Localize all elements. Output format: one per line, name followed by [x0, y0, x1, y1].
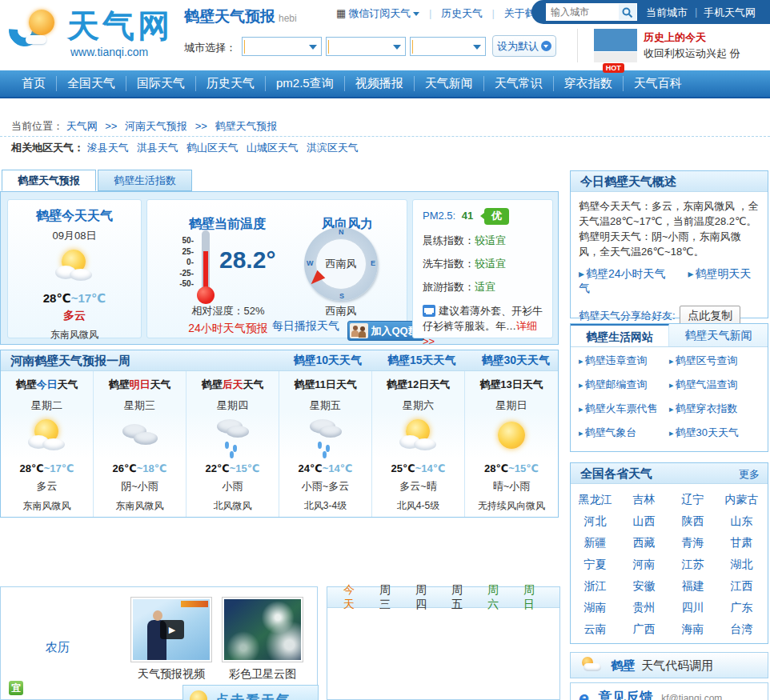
forecast-10day-link[interactable]: 鹤壁10天天气 [293, 354, 362, 366]
life-link[interactable]: 鹤壁30天天气 [669, 426, 760, 440]
forecast-day-column[interactable]: 鹤壁12日天气 星期六 25℃~14℃ 多云~晴 北风4-5级 [372, 371, 465, 517]
forecast-30day-link[interactable]: 鹤壁30天天气 [481, 354, 550, 366]
tab-life-index[interactable]: 鹤壁生活指数 [98, 170, 192, 191]
mobile-site-link[interactable]: 手机天气网 [704, 6, 756, 20]
daily-broadcast-link[interactable]: 每日播报天气 [272, 319, 339, 332]
province-link[interactable]: 云南 [571, 618, 620, 640]
nav-pm25[interactable]: pm2.5查询 [266, 76, 345, 91]
province-link[interactable]: 甘肃 [717, 532, 766, 554]
forecast-day-column[interactable]: 鹤壁后天天气 星期四 22℃~15℃ 小雨 北风微风 [186, 371, 279, 517]
breadcrumb-link-city[interactable]: 鹤壁天气预报 [215, 120, 278, 132]
site-logo[interactable]: 天气网 www.tianqi.com [8, 8, 176, 62]
tab-forecast[interactable]: 鹤壁天气预报 [2, 170, 96, 191]
province-link[interactable]: 江西 [717, 575, 766, 597]
nav-dressing-index[interactable]: 穿衣指数HOT [554, 76, 624, 91]
history-weather-link[interactable]: 历史天气 [441, 7, 483, 19]
nav-national[interactable]: 全国天气 [57, 76, 126, 91]
province-link[interactable]: 吉林 [620, 489, 668, 510]
life-link[interactable]: 鹤壁区号查询 [669, 354, 760, 368]
code-city-link[interactable]: 鹤壁 [611, 658, 635, 672]
province-link[interactable]: 浙江 [571, 575, 620, 597]
life-link[interactable]: 鹤壁火车票代售 [579, 402, 669, 416]
tab-fri[interactable]: 周五 [451, 583, 469, 612]
province-link[interactable]: 台湾 [717, 618, 766, 640]
history-today-title[interactable]: 历史上的今天 [644, 30, 706, 45]
related-area-link[interactable]: 淇县天气 [137, 142, 178, 154]
tab-life-sites[interactable]: 鹤壁生活网站 [571, 324, 669, 346]
life-link[interactable]: 鹤壁违章查询 [579, 354, 669, 368]
forecast-15day-link[interactable]: 鹤壁15天天气 [387, 354, 456, 366]
life-link[interactable]: 鹤壁穿衣指数 [669, 402, 760, 416]
wechat-subscribe-link[interactable]: 微信订阅天气 [348, 7, 411, 19]
province-link[interactable]: 河北 [571, 510, 620, 532]
province-link[interactable]: 新疆 [571, 532, 620, 554]
tab-weather-news[interactable]: 鹤壁天气新闻 [669, 324, 768, 346]
province-select[interactable] [242, 37, 322, 56]
province-link[interactable]: 辽宁 [668, 489, 717, 510]
tab-thu[interactable]: 周四 [415, 583, 433, 612]
tab-sun[interactable]: 周日 [523, 583, 541, 612]
index-row: 晨练指数：较适宜 [423, 234, 552, 248]
current-city-link[interactable]: 当前城市 [646, 6, 688, 20]
history-today-thumbnail[interactable] [594, 29, 637, 51]
province-link[interactable]: 安徽 [620, 575, 668, 597]
breadcrumb-link-home[interactable]: 天气网 [66, 120, 98, 132]
life-link[interactable]: 鹤壁气象台 [579, 426, 669, 440]
district-select[interactable] [410, 37, 486, 56]
province-link[interactable]: 广东 [717, 597, 766, 618]
satellite-label[interactable]: 彩色卫星云图 [221, 667, 304, 682]
nav-news[interactable]: 天气新闻 [415, 76, 484, 91]
nav-home[interactable]: 首页 [11, 76, 57, 91]
breadcrumb-link-province[interactable]: 河南天气预报 [125, 120, 187, 132]
forecast-day-column[interactable]: 鹤壁今日天气 星期二 28℃~17℃ 多云 东南风微风 [1, 371, 94, 517]
hourly-link[interactable]: 鹤壁24小时天气 [586, 267, 666, 280]
related-area-link[interactable]: 淇滨区天气 [307, 142, 359, 154]
province-link[interactable]: 四川 [668, 597, 717, 618]
tab-sat[interactable]: 周六 [487, 583, 505, 612]
nav-video[interactable]: 视频播报 [345, 76, 415, 91]
province-link[interactable]: 陕西 [668, 510, 717, 532]
history-today-entry[interactable]: 收回利权运动兴起 份 [644, 46, 740, 61]
set-default-button[interactable]: 设为默认 [492, 35, 556, 57]
related-area-link[interactable]: 鹤山区天气 [186, 142, 239, 154]
nav-international[interactable]: 国际天气 [126, 76, 196, 91]
province-link[interactable]: 山东 [717, 510, 766, 532]
province-link[interactable]: 宁夏 [571, 554, 620, 575]
forecast-video-thumbnail[interactable]: ▶ [130, 597, 212, 662]
satellite-image-thumbnail[interactable] [222, 597, 303, 662]
province-link[interactable]: 贵州 [620, 597, 668, 618]
province-link[interactable]: 广西 [620, 618, 668, 640]
province-link[interactable]: 福建 [668, 575, 717, 597]
life-link[interactable]: 鹤壁邮编查询 [579, 378, 669, 392]
province-link[interactable]: 青海 [668, 532, 717, 554]
province-link[interactable]: 河南 [620, 554, 668, 575]
nav-history[interactable]: 历史天气 [196, 76, 266, 91]
feedback-link[interactable]: 意见反馈 [599, 690, 653, 700]
search-button[interactable] [618, 3, 637, 21]
play-icon[interactable]: ▶ [160, 620, 184, 639]
province-link[interactable]: 山西 [620, 510, 668, 532]
related-area-link[interactable]: 山城区天气 [247, 142, 299, 154]
province-link[interactable]: 黑龙江 [571, 489, 620, 510]
tab-wed[interactable]: 周三 [379, 583, 397, 612]
lunar-calendar-link[interactable]: 农历 [46, 640, 70, 655]
life-link[interactable]: 鹤壁气温查询 [669, 378, 760, 392]
forecast-day-column[interactable]: 鹤壁明日天气 星期三 26℃~18℃ 阴~小雨 东南风微风 [94, 371, 186, 517]
province-link[interactable]: 湖北 [717, 554, 766, 575]
video-label[interactable]: 天气预报视频 [130, 667, 213, 682]
province-link[interactable]: 江苏 [668, 554, 717, 575]
province-link[interactable]: 海南 [668, 618, 717, 640]
nav-encyclopedia[interactable]: 天气百科 [624, 76, 692, 91]
weather-banner[interactable]: 点击看天气 [182, 685, 319, 700]
province-link[interactable]: 湖南 [571, 597, 620, 618]
more-link[interactable]: 更多 [739, 467, 760, 482]
tab-today[interactable]: 今天 [343, 583, 361, 612]
city-select[interactable] [326, 37, 406, 56]
related-area-link[interactable]: 浚县天气 [87, 142, 129, 154]
province-link[interactable]: 西藏 [620, 532, 668, 554]
province-link[interactable]: 内蒙古 [717, 489, 766, 510]
forecast-day-column[interactable]: 鹤壁11日天气 星期五 24℃~14℃ 小雨~多云 北风3-4级 [279, 371, 372, 517]
forecast-day-column[interactable]: 鹤壁13日天气 星期日 28℃~15℃ 晴~小雨 无持续风向微风 [465, 371, 558, 517]
nav-knowledge[interactable]: 天气常识 [484, 76, 554, 91]
search-input[interactable] [546, 3, 618, 21]
